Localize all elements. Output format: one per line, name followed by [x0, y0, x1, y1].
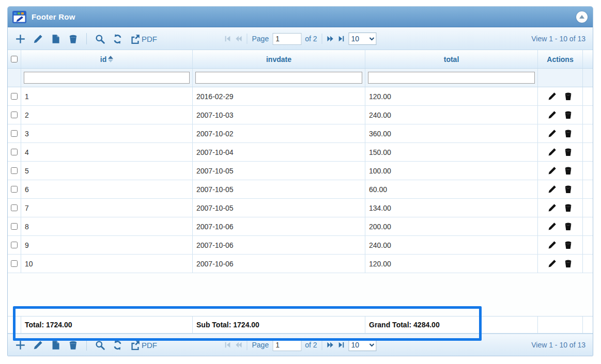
first-page-button[interactable] [224, 341, 231, 349]
select-all-cell [8, 50, 21, 68]
delete-record-button[interactable] [68, 340, 78, 350]
add-record-button[interactable] [16, 340, 25, 350]
delete-record-button[interactable] [68, 34, 78, 44]
delete-row-icon[interactable] [564, 222, 573, 231]
delete-row-icon[interactable] [564, 166, 573, 175]
edit-row-icon[interactable] [548, 203, 557, 212]
search-button[interactable] [95, 34, 105, 44]
row-actions-cell [538, 124, 583, 143]
last-page-button[interactable] [338, 35, 345, 42]
edit-row-icon[interactable] [548, 241, 557, 249]
page-label: Page [252, 35, 269, 43]
row-actions-cell [538, 143, 583, 161]
edit-record-button[interactable] [33, 34, 43, 44]
row-checkbox[interactable] [11, 93, 18, 100]
next-page-button[interactable] [327, 341, 334, 349]
table-empty-space [8, 273, 593, 316]
table-row[interactable]: 6 2007-10-05 60.00 [8, 180, 593, 199]
view-record-button[interactable] [51, 34, 60, 44]
table-row[interactable]: 9 2007-10-06 240.00 [8, 236, 593, 255]
cell-invdate: 2007-10-05 [193, 199, 365, 217]
page-number-input[interactable] [272, 339, 301, 351]
delete-row-icon[interactable] [564, 259, 573, 268]
row-checkbox[interactable] [11, 204, 18, 211]
filler-cell [583, 162, 593, 180]
edit-row-icon[interactable] [548, 92, 557, 101]
row-checkbox[interactable] [11, 223, 18, 230]
row-actions-cell [538, 199, 583, 217]
row-checkbox[interactable] [11, 186, 18, 193]
edit-record-button[interactable] [33, 340, 43, 350]
table-row[interactable]: 5 2007-10-05 100.00 [8, 162, 593, 180]
page-size-select[interactable]: 10 [349, 339, 377, 351]
table-row[interactable]: 1 2016-02-29 120.00 [8, 87, 593, 106]
table-row[interactable]: 4 2007-10-04 150.00 [8, 143, 593, 162]
last-page-button[interactable] [338, 341, 345, 349]
select-all-checkbox[interactable] [11, 56, 18, 62]
edit-row-icon[interactable] [548, 110, 557, 119]
table-row[interactable]: 10 2007-10-06 120.00 [8, 255, 593, 273]
delete-row-icon[interactable] [564, 241, 573, 249]
pager-divider [246, 34, 247, 44]
row-checkbox[interactable] [11, 130, 18, 137]
column-header-id[interactable]: id [21, 50, 193, 68]
cell-total: 200.00 [365, 217, 538, 235]
edit-row-icon[interactable] [548, 148, 557, 156]
row-checkbox[interactable] [11, 149, 18, 155]
prev-page-button[interactable] [235, 35, 242, 42]
filler-cell [583, 316, 593, 333]
filler-cell [583, 180, 593, 198]
cell-invdate: 2007-10-03 [193, 106, 365, 124]
delete-row-icon[interactable] [564, 148, 573, 156]
view-record-button[interactable] [51, 340, 60, 350]
first-page-button[interactable] [224, 35, 231, 42]
prev-page-button[interactable] [235, 341, 242, 349]
delete-row-icon[interactable] [564, 110, 573, 119]
sort-desc-icon [108, 59, 113, 62]
table-row[interactable]: 2 2007-10-03 240.00 [8, 106, 593, 124]
column-header-total[interactable]: total [365, 50, 538, 68]
search-button[interactable] [95, 340, 105, 350]
table-row[interactable]: 7 2007-10-05 134.00 [8, 199, 593, 217]
toolbar-divider [86, 339, 87, 351]
delete-row-icon[interactable] [564, 92, 573, 101]
add-record-button[interactable] [16, 34, 25, 44]
column-header-invdate[interactable]: invdate [193, 50, 365, 68]
refresh-button[interactable] [113, 34, 122, 44]
sort-icons[interactable] [108, 56, 113, 62]
cell-id: 9 [21, 236, 193, 254]
export-pdf-button[interactable]: PDF [130, 340, 157, 350]
row-checkbox[interactable] [11, 260, 18, 267]
edit-row-icon[interactable] [548, 222, 557, 231]
page-size-select[interactable]: 10 [349, 33, 377, 45]
page-number-input[interactable] [272, 33, 301, 45]
filter-input-invdate[interactable] [195, 72, 362, 84]
filter-cell-invdate [193, 69, 365, 87]
delete-row-icon[interactable] [564, 203, 573, 212]
filler-cell [583, 124, 593, 143]
row-checkbox[interactable] [11, 242, 18, 248]
filler-cell [583, 69, 593, 87]
pager-divider [246, 340, 247, 350]
collapse-grid-button[interactable] [576, 11, 588, 23]
grid-window: Footer Row PDF Page of 2 10 View 1 - 10 … [7, 6, 593, 356]
delete-row-icon[interactable] [564, 129, 573, 138]
cell-id: 8 [21, 217, 193, 235]
edit-row-icon[interactable] [548, 129, 557, 138]
export-pdf-button[interactable]: PDF [130, 34, 157, 44]
row-checkbox[interactable] [11, 167, 18, 174]
cell-invdate: 2007-10-06 [193, 217, 365, 235]
delete-row-icon[interactable] [564, 185, 573, 194]
row-checkbox[interactable] [11, 112, 18, 118]
edit-row-icon[interactable] [548, 259, 557, 268]
next-page-button[interactable] [327, 35, 334, 42]
cell-total: 134.00 [365, 199, 538, 217]
table-row[interactable]: 8 2007-10-06 200.00 [8, 217, 593, 236]
filter-input-id[interactable] [24, 72, 190, 84]
filter-input-total[interactable] [368, 72, 535, 84]
edit-row-icon[interactable] [548, 166, 557, 175]
refresh-button[interactable] [113, 340, 122, 350]
table-row[interactable]: 3 2007-10-02 360.00 [8, 124, 593, 143]
edit-row-icon[interactable] [548, 185, 557, 194]
cell-total: 120.00 [365, 87, 538, 105]
